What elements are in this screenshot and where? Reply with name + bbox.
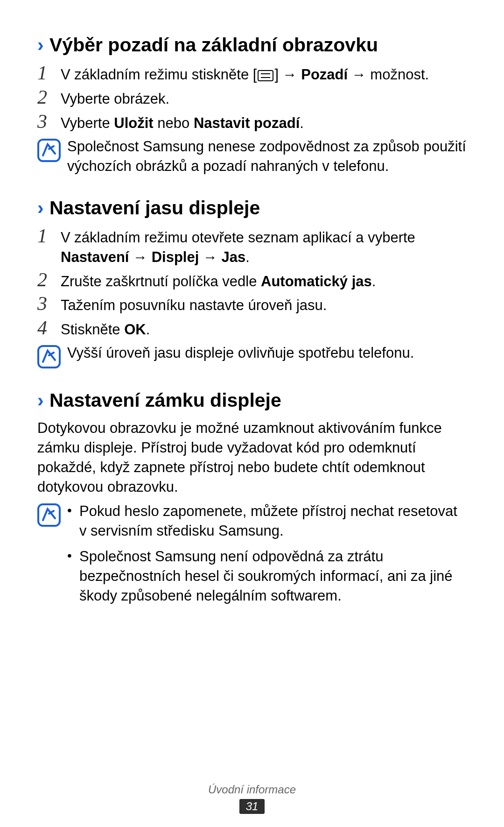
chevron-icon: › — [37, 33, 49, 57]
step-number: 1 — [37, 226, 61, 246]
heading-text: Nastavení zámku displeje — [49, 389, 281, 411]
step-item: 4 Stiskněte OK. — [37, 318, 467, 339]
note-list: Pokud heslo zapomenete, můžete přístroj … — [67, 502, 467, 612]
step-text: Tažením posuvníku nastavte úroveň jasu. — [61, 294, 327, 315]
note-list-item: Společnost Samsung není odpovědná za ztr… — [67, 547, 467, 606]
step-number: 2 — [37, 270, 61, 290]
step-text: Vyberte obrázek. — [61, 87, 169, 109]
step-text: V základním režimu stiskněte [ ] → Pozad… — [61, 63, 429, 85]
heading-text: Výběr pozadí na základní obrazovku — [49, 34, 378, 56]
heading-brightness: ›Nastavení jasu displeje — [37, 196, 467, 220]
svg-rect-0 — [258, 71, 273, 81]
page-footer: Úvodní informace 31 — [0, 783, 504, 814]
chevron-icon: › — [37, 196, 49, 220]
steps-brightness: 1 V základním režimu otevřete seznam apl… — [37, 226, 467, 339]
paragraph-lock: Dotykovou obrazovku je možné uzamknout a… — [37, 418, 467, 496]
heading-wallpaper: ›Výběr pozadí na základní obrazovku — [37, 33, 467, 57]
note-box: Pokud heslo zapomenete, můžete přístroj … — [37, 502, 467, 612]
step-item: 2 Vyberte obrázek. — [37, 87, 467, 109]
note-icon — [37, 503, 61, 527]
step-item: 3 Vyberte Uložit nebo Nastavit pozadí. — [37, 112, 467, 133]
note-text: Společnost Samsung nenese zodpovědnost z… — [67, 137, 467, 176]
step-text: V základním režimu otevřete seznam aplik… — [61, 226, 467, 267]
step-number: 3 — [37, 294, 61, 313]
note-icon — [37, 345, 61, 368]
footer-section-label: Úvodní informace — [0, 783, 504, 796]
note-list-item: Pokud heslo zapomenete, můžete přístroj … — [67, 502, 467, 541]
step-text: Zrušte zaškrtnutí políčka vedle Automati… — [61, 270, 376, 291]
step-text: Vyberte Uložit nebo Nastavit pozadí. — [61, 112, 304, 133]
svg-rect-5 — [38, 346, 60, 368]
heading-lock: ›Nastavení zámku displeje — [37, 388, 467, 413]
chevron-icon: › — [37, 388, 49, 413]
step-item: 3 Tažením posuvníku nastavte úroveň jasu… — [37, 294, 467, 315]
svg-rect-3 — [38, 140, 60, 161]
step-number: 2 — [37, 87, 61, 107]
svg-rect-7 — [38, 504, 60, 526]
note-box: Společnost Samsung nenese zodpovědnost z… — [37, 137, 467, 176]
step-number: 4 — [37, 318, 61, 338]
heading-text: Nastavení jasu displeje — [49, 197, 260, 219]
document-page: ›Výběr pozadí na základní obrazovku 1 V … — [0, 0, 504, 827]
note-text: Vyšší úroveň jasu displeje ovlivňuje spo… — [67, 343, 414, 363]
step-item: 2 Zrušte zaškrtnutí políčka vedle Automa… — [37, 270, 467, 291]
steps-wallpaper: 1 V základním režimu stiskněte [ ] → Poz… — [37, 63, 467, 133]
page-number-badge: 31 — [239, 799, 265, 814]
menu-icon — [258, 70, 273, 81]
note-icon — [37, 139, 61, 162]
note-box: Vyšší úroveň jasu displeje ovlivňuje spo… — [37, 343, 467, 368]
step-text: Stiskněte OK. — [61, 318, 150, 339]
step-number: 3 — [37, 112, 61, 131]
step-item: 1 V základním režimu otevřete seznam apl… — [37, 226, 467, 267]
step-item: 1 V základním režimu stiskněte [ ] → Poz… — [37, 63, 467, 85]
step-number: 1 — [37, 63, 61, 83]
